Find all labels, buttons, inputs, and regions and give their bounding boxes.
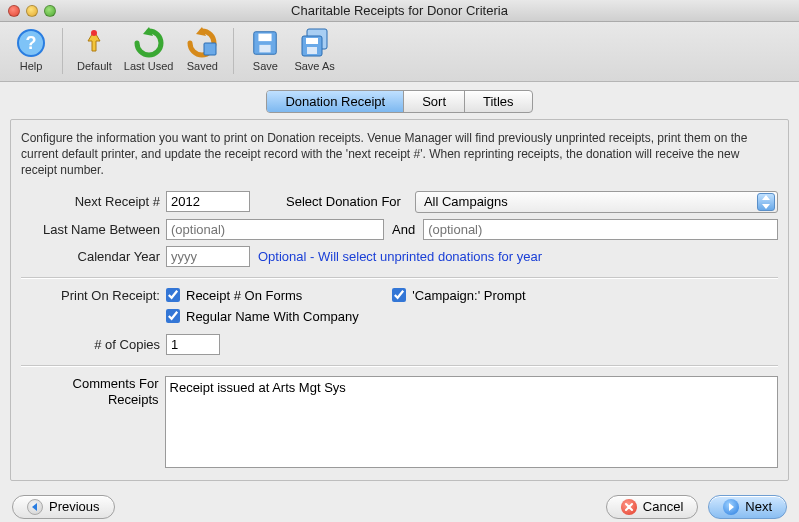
recycle-icon [132,26,166,60]
svg-rect-10 [307,47,317,54]
calendar-year-input[interactable] [166,246,250,267]
chk-regular-name[interactable]: Regular Name With Company [166,309,359,324]
help-button[interactable]: ? Help [14,26,48,72]
last-used-button[interactable]: Last Used [124,26,174,72]
previous-button[interactable]: Previous [12,495,115,519]
tab-donation-receipt[interactable]: Donation Receipt [267,91,404,112]
form-panel: Configure the information you want to pr… [10,119,789,481]
comments-textarea[interactable] [165,376,778,468]
help-icon: ? [14,26,48,60]
default-button[interactable]: Default [77,26,112,72]
save-label: Save [253,60,278,72]
comments-label: Comments For Receipts [21,376,165,409]
titlebar: Charitable Receipts for Donor Criteria [0,0,799,22]
arrow-right-icon [723,499,739,515]
select-donation-for-combo[interactable]: All Campaigns [415,191,778,213]
cancel-button[interactable]: Cancel [606,495,698,519]
cancel-label: Cancel [643,499,683,514]
tab-bar: Donation Receipt Sort Titles [266,90,532,113]
last-used-label: Last Used [124,60,174,72]
select-donation-for-label: Select Donation For [286,194,401,209]
select-donation-for-value: All Campaigns [424,194,508,209]
save-as-label: Save As [294,60,334,72]
calendar-year-label: Calendar Year [21,249,166,264]
chk-receipt-on-forms-box[interactable] [166,288,180,302]
default-label: Default [77,60,112,72]
toolbar-separator [62,28,63,74]
chk-campaign-prompt[interactable]: 'Campaign:' Prompt [392,288,525,303]
print-on-receipt-label: Print On Receipt: [21,288,166,303]
next-label: Next [745,499,772,514]
intro-text: Configure the information you want to pr… [21,130,778,179]
divider [21,365,778,366]
toolbar: ? Help Default Last Used Saved Save Save… [0,22,799,82]
window-title: Charitable Receipts for Donor Criteria [0,3,799,18]
saved-icon [185,26,219,60]
saved-label: Saved [187,60,218,72]
pin-icon [77,26,111,60]
content-area: Donation Receipt Sort Titles Configure t… [0,82,799,487]
tab-sort[interactable]: Sort [404,91,465,112]
chk-receipt-on-forms[interactable]: Receipt # On Forms [166,288,302,303]
svg-rect-5 [259,34,272,42]
copies-label: # of Copies [21,337,166,352]
tab-titles[interactable]: Titles [465,91,532,112]
next-receipt-label: Next Receipt # [21,194,166,209]
divider [21,277,778,278]
chk-campaign-prompt-box[interactable] [392,288,406,302]
floppy-multi-icon [298,26,332,60]
next-receipt-input[interactable] [166,191,250,212]
chk-campaign-prompt-label: 'Campaign:' Prompt [412,288,525,303]
cancel-icon [621,499,637,515]
svg-rect-9 [306,38,318,44]
svg-text:?: ? [26,33,37,53]
last-name-between-label: Last Name Between [21,222,166,237]
arrow-left-icon [27,499,43,515]
combo-arrows-icon [757,193,775,211]
last-name-from-input[interactable] [166,219,384,240]
calendar-year-hint: Optional - Will select unprinted donatio… [258,249,542,264]
svg-point-2 [91,30,97,36]
copies-input[interactable] [166,334,220,355]
toolbar-separator [233,28,234,74]
save-button[interactable]: Save [248,26,282,72]
chk-receipt-on-forms-label: Receipt # On Forms [186,288,302,303]
save-as-button[interactable]: Save As [294,26,334,72]
last-name-to-input[interactable] [423,219,778,240]
svg-rect-6 [260,45,271,53]
footer: Previous Cancel Next [0,487,799,522]
saved-button[interactable]: Saved [185,26,219,72]
chk-regular-name-box[interactable] [166,309,180,323]
svg-rect-3 [204,43,216,55]
chk-regular-name-label: Regular Name With Company [186,309,359,324]
and-label: And [392,222,415,237]
next-button[interactable]: Next [708,495,787,519]
floppy-icon [248,26,282,60]
previous-label: Previous [49,499,100,514]
help-label: Help [20,60,43,72]
